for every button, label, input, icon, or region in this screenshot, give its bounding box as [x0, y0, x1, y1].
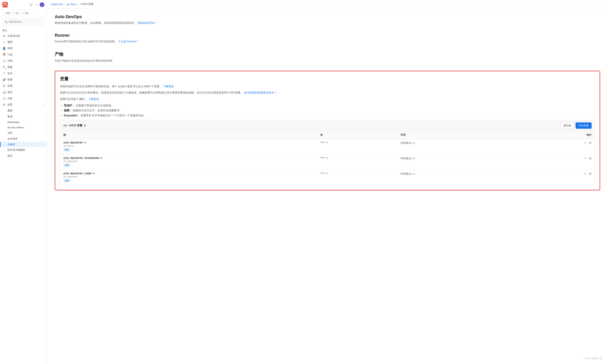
sidebar-sub-item-integrations[interactable]: 集成 — [0, 114, 47, 119]
sidebar-item-code[interactable]: { } 代码 › — [0, 58, 47, 64]
breadcrumb-link-repo[interactable]: go-demo — [67, 3, 77, 6]
row3-value-cell: ***** ⧉ — [317, 169, 397, 185]
sidebar-toggle-icon[interactable]: ⊡ — [29, 2, 33, 7]
stat-todos[interactable]: ✓ 99+ — [21, 11, 30, 15]
artifacts-title: 产物 — [55, 51, 600, 57]
row3-key: ACR_REGISTRY_USER ⧉ — [63, 172, 314, 175]
sidebar-plus-icon[interactable]: + — [34, 2, 39, 7]
runner-desc: Runner用于接收和执行GitLab的CI/CD作业的进程。 什么是 Runn… — [55, 39, 600, 44]
sidebar-item-build[interactable]: 🔧 构建 › — [0, 64, 47, 70]
row2-copy-key-icon[interactable]: ⧉ — [100, 157, 102, 159]
sidebar-sub-item-cicd[interactable]: CI/CD — [0, 142, 47, 147]
col-key: 键 ↑ — [60, 131, 317, 139]
add-variable-button[interactable]: 添加变量 — [576, 122, 592, 129]
gitlab-logo[interactable]: 极狐GitLab — [2, 2, 8, 7]
breadcrumb-link-user[interactable]: JingHe Ma — [51, 3, 63, 6]
sidebar-sub-item-general-settings[interactable]: 通用 — [0, 108, 47, 114]
row1-actions-cell: ✏ 🗑 — [516, 139, 595, 154]
sidebar-item-ops[interactable]: ⚙ 运维 › — [0, 83, 47, 89]
row2-env: 全部(默认) ⧉ — [400, 157, 514, 160]
sidebar-item-analytics[interactable]: 📈 分析 › — [0, 95, 47, 102]
sidebar-item-monitor[interactable]: 📊 监控 › — [0, 89, 47, 95]
sidebar-item-value-stream[interactable]: ◈ 价值流分析 — [0, 33, 47, 39]
sidebar-item-settings[interactable]: ⚙ 设置 ∨ — [0, 102, 47, 108]
breadcrumb: JingHe Ma / go-demo / CI/CD 设置 — [47, 0, 608, 8]
row2-edit-icon[interactable]: ✏ — [584, 157, 586, 160]
row1-value: ***** ⧉ — [320, 141, 394, 144]
row2-actions-cell: ✏ 🗑 — [516, 154, 595, 169]
security-chevron-icon: › — [44, 72, 44, 75]
security-icon: 🛡 — [2, 72, 6, 75]
row2-delete-icon[interactable]: 🗑 — [589, 157, 592, 160]
manage-icon: 👤 — [2, 47, 6, 50]
show-values-button[interactable]: 显示值 — [561, 122, 574, 129]
code-chevron-icon: › — [44, 60, 44, 62]
sidebar-sub-item-merge-requests[interactable]: 合并请求 — [0, 136, 47, 142]
settings-chevron-icon: ∨ — [43, 104, 44, 106]
row3-delete-icon[interactable]: 🗑 — [589, 172, 592, 175]
row2-copy-value-icon[interactable]: ⧉ — [326, 157, 328, 159]
cicd-table-actions: 显示值 添加变量 — [561, 122, 592, 129]
row1-delete-icon[interactable]: 🗑 — [589, 141, 592, 144]
variables-title: 变量 — [60, 76, 595, 82]
auto-devops-title: Auto DevOps — [55, 14, 600, 19]
sidebar-item-security[interactable]: 🛡 安全 › — [0, 70, 47, 77]
row1-edit-icon[interactable]: ✏ — [584, 141, 586, 144]
stat-merge-requests[interactable]: ⑂ 42 — [13, 11, 20, 15]
row3-env: 全部(默认) ⧉ — [400, 172, 514, 176]
sidebar-item-manage[interactable]: 👤 管理 › — [0, 45, 47, 52]
bullet-expanded: Expanded： 变量带有 $ 符号将被当作一个引用另一个变量的开始。 — [64, 113, 595, 118]
row1-copy-value-icon[interactable]: ⧉ — [326, 141, 328, 144]
row3-copy-key-icon[interactable]: ⧉ — [93, 172, 94, 175]
variables-learn-more-3[interactable]: 了解更多。 — [88, 97, 102, 101]
artifacts-section: 产物 作业产物是作业完成后保存的文件和目录的归档。 — [55, 51, 600, 63]
monitor-icon: 📊 — [2, 91, 6, 94]
col-actions: 操作 — [516, 131, 595, 139]
sort-asc-icon: ↑ — [67, 134, 68, 136]
row2-badge: 展开 — [63, 163, 71, 167]
variables-security-link[interactable]: 如何使我的变量更加安全？ — [244, 91, 277, 94]
variables-learn-more-1[interactable]: 了解更多。 — [163, 85, 177, 88]
row1-copy-key-icon[interactable]: ⧉ — [84, 141, 86, 144]
row3-key-cell: ACR_REGISTRY_USER ⧉ acr username 展开 — [60, 169, 317, 185]
row2-copy-env-icon[interactable]: ⧉ — [413, 157, 415, 160]
bell-icon: ✓ — [4, 12, 6, 15]
col-env: 环境 — [397, 131, 516, 139]
sidebar-sub-item-repository[interactable]: 仓库 — [0, 130, 47, 136]
variables-desc2: 变量可以在作业日志中意外曝光，或者恶意发送到第三方服务器。隐藏变量可以帮助减少意… — [60, 91, 595, 95]
plan-icon: 📅 — [2, 53, 6, 56]
row3-copy-value-icon[interactable]: ⧉ — [326, 172, 328, 175]
row1-copy-env-icon[interactable]: ⧉ — [413, 142, 415, 144]
ops-chevron-icon: › — [44, 85, 44, 87]
table-header-row: 键 ↑ 值 环境 操作 — [60, 131, 595, 139]
row3-edit-icon[interactable]: ✏ — [584, 172, 586, 175]
row1-badge: 展开 — [63, 148, 71, 152]
sidebar-item-deploy[interactable]: 🚀 部署 › — [0, 77, 47, 83]
sidebar-sub-item-packages[interactable]: 软件包与镜像库 — [0, 147, 47, 153]
search-input[interactable]: 🔍 搜索或转到... — [2, 19, 44, 25]
sidebar-item-plan[interactable]: 📅 计划 › — [0, 52, 47, 58]
stat-notifications[interactable]: ✓ 99+ — [2, 11, 12, 15]
runner-link[interactable]: 什么是 Runner？ — [118, 40, 139, 43]
auto-devops-desc: 根据持续的集成和交付配置，自动构建、测试和部署您的应用程序。 我该如何开始？ — [55, 21, 600, 25]
breadcrumb-current: CI/CD 设置 — [81, 2, 93, 6]
row3-copy-env-icon[interactable]: ⧉ — [413, 172, 415, 175]
monitor-chevron-icon: › — [44, 91, 44, 93]
variables-desc3: 变量可以有多个属性。 了解更多。 — [60, 97, 595, 101]
row1-desc: acr server — [63, 144, 314, 147]
row2-env-cell: 全部(默认) ⧉ — [397, 154, 516, 169]
main-content-area: JingHe Ma / go-demo / CI/CD 设置 Auto DevO… — [47, 0, 608, 364]
sidebar-item-general[interactable]: ≡ 通用 — [0, 39, 47, 45]
user-avatar[interactable]: J — [40, 2, 44, 7]
table-row: ACR_REGISTRY ⧉ acr server 展开 ***** ⧉ — [60, 139, 595, 154]
artifacts-desc: 作业产物是作业完成后保存的文件和目录的归档。 — [55, 59, 600, 63]
sidebar-sub-item-webhooks[interactable]: Webhooks — [0, 119, 47, 125]
general-icon: ≡ — [2, 40, 6, 44]
row1-env: 全部(默认) ⧉ — [400, 141, 514, 145]
sidebar-sub-item-monitor-bottom[interactable]: 监控 — [0, 153, 47, 159]
build-icon: 🔧 — [2, 65, 6, 69]
auto-devops-link[interactable]: 我该如何开始？ — [138, 21, 157, 25]
sidebar-sub-item-access-tokens[interactable]: Access tokens — [0, 125, 47, 130]
manage-chevron-icon: › — [44, 47, 44, 50]
sidebar: 极狐GitLab ⊡ + J ✓ 99+ ⑂ 42 ✓ 99+ 🔍 搜索或转到.… — [0, 0, 47, 364]
